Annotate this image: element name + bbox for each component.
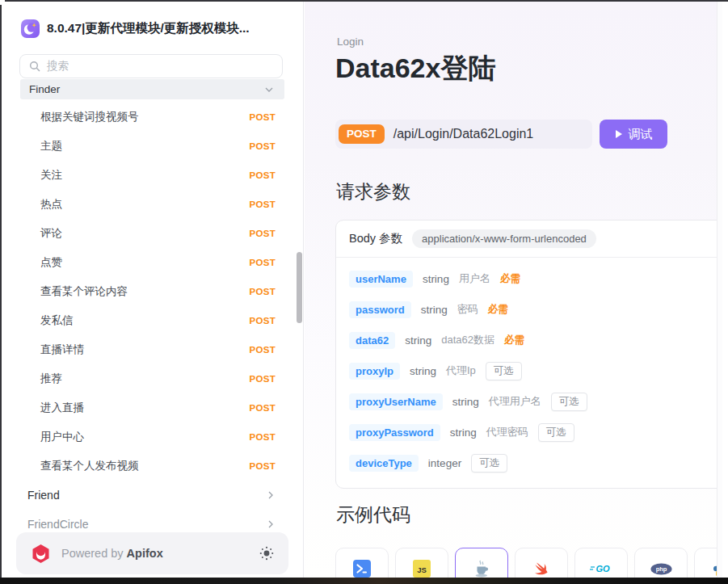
api-item-label: 热点 bbox=[40, 197, 62, 212]
required-badge: 必需 bbox=[500, 272, 520, 286]
param-description: 密码 bbox=[457, 302, 478, 317]
param-type: string bbox=[452, 396, 479, 408]
sidebar-api-item[interactable]: 主题POST bbox=[0, 132, 304, 161]
debug-button[interactable]: 调试 bbox=[600, 120, 667, 149]
api-item-label: 根据关键词搜视频号 bbox=[40, 110, 139, 124]
apifox-logo-icon bbox=[31, 544, 51, 564]
taskbar-edge-strip bbox=[0, 578, 728, 584]
java-icon bbox=[473, 560, 490, 578]
swift-icon bbox=[532, 560, 550, 578]
api-method-badge: POST bbox=[249, 374, 276, 384]
lang-card-shell[interactable] bbox=[335, 548, 389, 578]
endpoint-row: POST /api/Login/Data62Login1 调试 bbox=[335, 120, 667, 149]
api-method-badge: POST bbox=[249, 200, 276, 209]
sidebar-group-finder[interactable]: Finder bbox=[20, 79, 284, 99]
sidebar-group-friend[interactable]: Friend bbox=[0, 481, 304, 510]
optional-badge: 可选 bbox=[551, 393, 587, 411]
required-badge: 必需 bbox=[488, 303, 508, 317]
page-title: Data62x登陆 bbox=[335, 50, 495, 87]
param-row: passwordstring密码必需 bbox=[349, 294, 718, 325]
param-name: proxyIp bbox=[349, 363, 400, 380]
api-item-label: 主题 bbox=[40, 139, 62, 153]
api-method-badge: POST bbox=[249, 345, 276, 355]
param-name: data62 bbox=[349, 332, 395, 349]
sample-code-heading: 示例代码 bbox=[336, 502, 410, 527]
app-window: 8.0.47|更新代理模块/更新授权模块... 搜索 Finder 根据关键词搜… bbox=[0, 0, 728, 584]
required-badge: 必需 bbox=[504, 334, 524, 347]
param-name: deviceType bbox=[349, 455, 419, 472]
go-icon: GO bbox=[590, 563, 612, 574]
param-row: userNamestring用户名必需 bbox=[349, 263, 718, 294]
sidebar-api-item[interactable]: 关注POST bbox=[0, 161, 304, 190]
sidebar-api-item[interactable]: 查看某个评论内容POST bbox=[0, 277, 304, 306]
sidebar-api-item[interactable]: 评论POST bbox=[0, 219, 304, 248]
chevron-right-icon bbox=[268, 491, 273, 499]
sidebar-scrollbar-thumb[interactable] bbox=[297, 252, 302, 323]
sidebar-api-item[interactable]: 根据关键词搜视频号POST bbox=[0, 103, 304, 132]
content-type-pill: application/x-www-form-urlencoded bbox=[412, 229, 596, 248]
lang-card-javascript[interactable]: JS bbox=[395, 548, 448, 578]
sidebar: 8.0.47|更新代理模块/更新授权模块... 搜索 Finder 根据关键词搜… bbox=[0, 0, 304, 578]
powered-by-text: Powered by Apifox bbox=[61, 547, 163, 560]
apifox-brand: Apifox bbox=[127, 547, 163, 560]
api-method-badge: POST bbox=[249, 461, 276, 471]
api-item-label: 进入直播 bbox=[40, 401, 84, 415]
body-params-label: Body 参数 bbox=[349, 231, 402, 246]
sidebar-api-item[interactable]: 点赞POST bbox=[0, 248, 304, 277]
param-type: integer bbox=[428, 457, 461, 469]
api-method-badge: POST bbox=[249, 403, 276, 413]
chevron-down-icon bbox=[265, 87, 273, 92]
collapsed-groups: FriendFriendCircle bbox=[0, 481, 304, 539]
sidebar-api-item[interactable]: 发私信POST bbox=[0, 306, 304, 335]
sidebar-api-item[interactable]: 用户中心POST bbox=[0, 422, 304, 452]
javascript-icon: JS bbox=[413, 560, 431, 578]
endpoint-path: /api/Login/Data62Login1 bbox=[393, 127, 533, 141]
main-content: Login Data62x登陆 POST /api/Login/Data62Lo… bbox=[305, 0, 722, 578]
sidebar-api-item[interactable]: 直播详情POST bbox=[0, 335, 304, 364]
sun-icon[interactable] bbox=[259, 546, 274, 561]
sidebar-api-item[interactable]: 查看某个人发布视频POST bbox=[0, 452, 304, 481]
window-border-top bbox=[5, 0, 728, 2]
lang-card-php[interactable]: php bbox=[634, 548, 688, 578]
api-item-label: 发私信 bbox=[40, 313, 74, 328]
param-description: 代理Ip bbox=[446, 363, 476, 378]
language-cards: JSGOphp bbox=[335, 548, 722, 578]
breadcrumb: Login bbox=[337, 36, 364, 48]
project-version-title: 8.0.47|更新代理模块/更新授权模块... bbox=[47, 20, 250, 37]
project-header: 8.0.47|更新代理模块/更新授权模块... bbox=[21, 19, 250, 38]
lang-card-swift[interactable] bbox=[515, 548, 568, 578]
group-label: Finder bbox=[29, 83, 60, 95]
main-scrollbar-track[interactable] bbox=[717, 0, 722, 578]
api-method-badge: POST bbox=[249, 170, 276, 180]
body-params-header: Body 参数 application/x-www-form-urlencode… bbox=[336, 221, 722, 258]
sidebar-api-item[interactable]: 进入直播POST bbox=[0, 393, 304, 422]
api-method-badge: POST bbox=[249, 432, 276, 442]
request-params-card: Body 参数 application/x-www-form-urlencode… bbox=[335, 220, 722, 489]
param-row: proxyUserNamestring代理用户名可选 bbox=[349, 386, 718, 417]
lang-card-go[interactable]: GO bbox=[574, 548, 628, 578]
sidebar-api-item[interactable]: 推荐POST bbox=[0, 364, 304, 393]
powered-by-footer[interactable]: Powered by Apifox bbox=[16, 532, 288, 574]
param-type: string bbox=[423, 273, 449, 285]
window-border-left bbox=[0, 5, 2, 580]
param-name: password bbox=[349, 301, 411, 318]
param-type: string bbox=[410, 365, 436, 377]
api-item-label: 直播详情 bbox=[40, 342, 84, 357]
api-method-badge: POST bbox=[249, 258, 276, 267]
chevron-right-icon bbox=[268, 520, 273, 528]
param-type: string bbox=[405, 334, 431, 347]
param-type: string bbox=[450, 426, 477, 439]
api-method-badge: POST bbox=[249, 112, 276, 122]
api-list: 根据关键词搜视频号POST主题POST关注POST热点POST评论POST点赞P… bbox=[0, 103, 304, 481]
param-row: proxyPasswordstring代理密码可选 bbox=[349, 417, 718, 447]
optional-badge: 可选 bbox=[486, 362, 522, 380]
api-method-badge: POST bbox=[249, 287, 276, 296]
param-row: proxyIpstring代理Ip可选 bbox=[349, 355, 718, 386]
lang-card-java[interactable] bbox=[455, 548, 508, 578]
param-rows: userNamestring用户名必需passwordstring密码必需dat… bbox=[336, 258, 722, 478]
search-input[interactable]: 搜索 bbox=[19, 54, 283, 78]
shell-icon bbox=[353, 560, 371, 578]
sidebar-api-item[interactable]: 热点POST bbox=[0, 190, 304, 219]
group-label: FriendCircle bbox=[27, 518, 88, 531]
search-icon bbox=[29, 61, 40, 72]
